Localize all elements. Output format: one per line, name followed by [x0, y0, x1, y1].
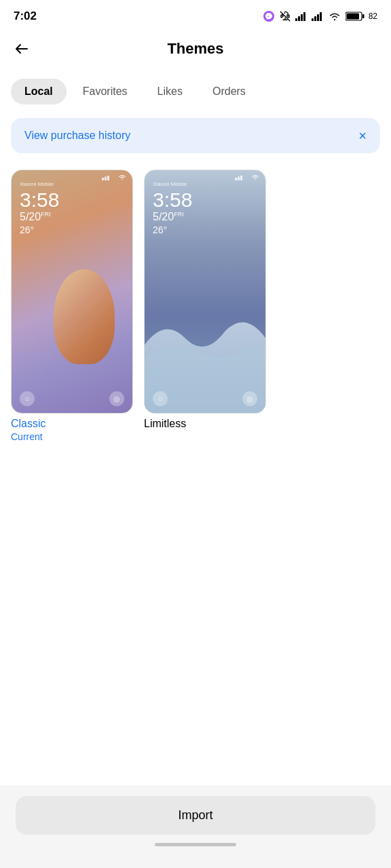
svg-rect-17	[240, 176, 242, 180]
svg-rect-5	[312, 18, 314, 21]
page-title: Themes	[167, 40, 223, 58]
lock-bottom-icons-limitless: ○ ◎	[145, 391, 265, 406]
lock-weather-classic: 26°	[20, 224, 59, 235]
tab-favorites[interactable]: Favorites	[69, 79, 141, 104]
svg-rect-12	[102, 178, 104, 180]
lock-wifi-icon	[117, 174, 127, 180]
lock-brand-limitless: Xiaomi Mobile	[153, 181, 192, 187]
lock-time-classic: 3:58	[20, 190, 59, 210]
theme-name-limitless: Limitless	[144, 418, 266, 430]
theme-item-limitless[interactable]: Xiaomi Mobile 3:58 5/20FRI 26°	[144, 170, 266, 442]
lock-info-limitless: Xiaomi Mobile 3:58 5/20FRI 26°	[153, 181, 192, 235]
header: Themes	[0, 30, 391, 68]
lock-wifi-icon-2	[250, 174, 260, 180]
lock-status-bar-classic	[102, 174, 127, 180]
purchase-banner: View purchase history ×	[11, 118, 380, 153]
theme-current-label-classic: Current	[11, 431, 133, 442]
lock-camera-icon-right-2: ◎	[242, 391, 257, 406]
theme-preview-limitless: Xiaomi Mobile 3:58 5/20FRI 26°	[144, 170, 266, 414]
tab-orders[interactable]: Orders	[199, 79, 259, 104]
lock-circle-icon-left: ○	[20, 391, 35, 406]
svg-rect-13	[105, 176, 107, 180]
svg-rect-11	[346, 14, 359, 20]
svg-rect-2	[298, 16, 300, 21]
limitless-background: Xiaomi Mobile 3:58 5/20FRI 26°	[145, 170, 265, 413]
lock-weather-limitless: 26°	[153, 224, 192, 235]
tab-local[interactable]: Local	[11, 79, 67, 104]
signal-icon-1	[295, 12, 308, 21]
purchase-history-link[interactable]: View purchase history	[24, 130, 130, 142]
classic-background: Xiaomi Mobile 3:58 5/20FRI 26° ○ ◎	[12, 170, 132, 413]
lock-brand-classic: Xiaomi Mobile	[20, 181, 59, 187]
lock-date-limitless: 5/20FRI	[153, 210, 192, 224]
back-arrow-icon	[14, 41, 30, 57]
import-button[interactable]: Import	[16, 796, 375, 835]
close-banner-button[interactable]: ×	[358, 129, 367, 142]
lock-signal-icon-2	[235, 175, 248, 180]
battery-level: 82	[369, 12, 377, 21]
classic-shape	[54, 269, 115, 364]
lock-time-limitless: 3:58	[153, 190, 192, 210]
svg-rect-1	[295, 18, 297, 21]
wifi-icon	[328, 12, 341, 21]
svg-rect-10	[362, 14, 365, 18]
lock-signal-icon	[102, 175, 115, 180]
theme-preview-classic: Xiaomi Mobile 3:58 5/20FRI 26° ○ ◎	[11, 170, 133, 414]
svg-rect-15	[235, 178, 237, 180]
battery-icon	[346, 12, 365, 21]
lock-circle-icon-left-2: ○	[153, 391, 168, 406]
lock-bottom-icons-classic: ○ ◎	[12, 391, 132, 406]
messenger-icon	[263, 10, 275, 22]
status-icons: 82	[263, 10, 377, 22]
import-bar: Import	[0, 785, 391, 868]
tab-likes[interactable]: Likes	[144, 79, 196, 104]
svg-rect-6	[314, 16, 316, 21]
back-button[interactable]	[11, 38, 33, 60]
signal-icon-2	[312, 12, 324, 21]
svg-rect-7	[317, 14, 319, 21]
svg-rect-3	[301, 14, 303, 21]
status-bar: 7:02	[0, 0, 391, 30]
svg-rect-4	[303, 12, 305, 21]
lock-info-classic: Xiaomi Mobile 3:58 5/20FRI 26°	[20, 181, 59, 235]
lock-status-bar-limitless	[235, 174, 260, 180]
lock-camera-icon-right: ◎	[109, 391, 124, 406]
lock-date-classic: 5/20FRI	[20, 210, 59, 224]
home-indicator	[155, 843, 236, 846]
svg-rect-16	[238, 176, 240, 180]
status-time: 7:02	[14, 9, 37, 23]
theme-name-classic: Classic	[11, 418, 133, 430]
themes-grid: Xiaomi Mobile 3:58 5/20FRI 26° ○ ◎ Class…	[0, 161, 391, 450]
svg-rect-14	[107, 176, 109, 180]
mute-icon	[279, 10, 291, 22]
tabs-container: Local Favorites Likes Orders	[0, 73, 391, 110]
theme-item-classic[interactable]: Xiaomi Mobile 3:58 5/20FRI 26° ○ ◎ Class…	[11, 170, 133, 442]
svg-rect-8	[320, 12, 322, 21]
